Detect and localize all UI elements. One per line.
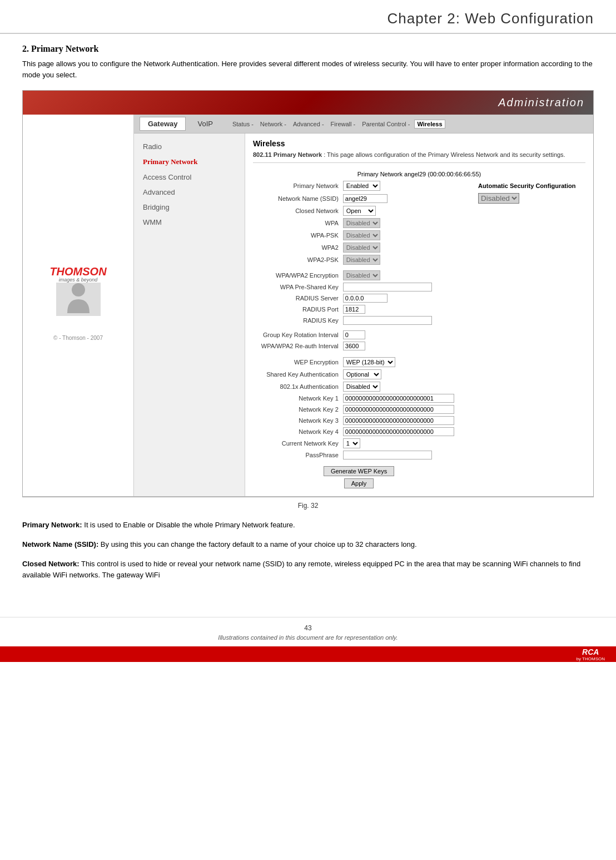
person-svg <box>62 283 95 316</box>
page-footer: 43 Illustrations contained in this docum… <box>0 617 616 662</box>
net-key1-input[interactable] <box>343 394 454 403</box>
section-title: 2. Primary Network <box>22 44 594 54</box>
auto-sec-select[interactable]: Disabled Enabled <box>478 193 519 204</box>
net-key2-label: Network Key 2 <box>253 404 341 415</box>
sub-nav-wireless[interactable]: Wireless <box>414 120 445 128</box>
net-key2-field[interactable] <box>341 404 465 415</box>
group-key-field[interactable] <box>341 329 465 340</box>
sub-nav-status[interactable]: Status - <box>230 120 256 128</box>
dot1x-auth-field[interactable]: Disabled Enabled <box>341 380 465 393</box>
wpa2-psk-label: WPA2-PSK <box>253 254 341 266</box>
nav-tab-gateway[interactable]: Gateway <box>140 117 186 131</box>
sub-nav-advanced[interactable]: Advanced - <box>291 120 326 128</box>
wep-encryption-field[interactable]: WEP (128-bit) WEP (64-bit) Disabled <box>341 356 465 368</box>
net-key2-input[interactable] <box>343 405 454 414</box>
desc-ssid-term: Network Name (SSID): <box>22 540 98 548</box>
radius-port-input[interactable] <box>343 305 365 314</box>
wpa-pre-shared-input[interactable] <box>343 283 432 291</box>
wpa-pre-shared-field[interactable] <box>341 281 465 293</box>
wpa-reauth-input[interactable] <box>343 342 365 350</box>
network-name-input[interactable] <box>343 194 388 203</box>
wpa2-psk-select[interactable]: Disabled Enabled <box>343 255 380 265</box>
footer-disclaimer: Illustrations contained in this document… <box>0 634 616 641</box>
primary-network-label: Primary Network <box>253 180 341 192</box>
desc-closed-network-text: This control is used to hide or reveal y… <box>22 560 580 580</box>
thomson-tagline: images & beyond <box>59 277 98 283</box>
radius-key-label: RADIUS Key <box>253 315 341 326</box>
wpa-select[interactable]: Disabled Enabled <box>343 218 380 228</box>
network-name-field[interactable] <box>341 192 465 205</box>
wpa2-psk-field[interactable]: Disabled Enabled <box>341 254 465 266</box>
current-net-key-select[interactable]: 1 2 3 4 <box>343 438 360 448</box>
wpa-label: WPA <box>253 217 341 229</box>
radius-key-input[interactable] <box>343 316 432 325</box>
net-key3-input[interactable] <box>343 416 454 425</box>
top-nav: Gateway VoIP Status - Network - Advanced… <box>134 115 593 134</box>
generate-wep-button[interactable]: Generate WEP Keys <box>324 466 394 476</box>
sub-nav-bar: Status - Network - Advanced - Firewall -… <box>225 120 588 128</box>
sidebar-item-primary-network[interactable]: Primary Network <box>134 154 245 170</box>
wpa-pre-shared-label: WPA Pre-Shared Key <box>253 281 341 293</box>
primary-network-field[interactable]: Enabled Disabled <box>341 180 465 192</box>
rca-logo: RCA <box>582 648 599 656</box>
group-key-input[interactable] <box>343 330 365 339</box>
net-key3-field[interactable] <box>341 415 465 426</box>
router-top: THOMSON images & beyond © - Thomson - 20… <box>23 115 593 497</box>
primary-network-select[interactable]: Enabled Disabled <box>343 181 380 191</box>
sidebar-item-bridging[interactable]: Bridging <box>134 200 245 215</box>
screenshot-box: Administration THOMSON images & beyond ©… <box>22 90 594 497</box>
radius-server-input[interactable] <box>343 294 388 303</box>
wpa-encryption-field[interactable]: Disabled AES TKIP <box>341 269 465 281</box>
radius-key-field[interactable] <box>341 315 465 326</box>
closed-network-field[interactable]: Open Closed <box>341 205 465 217</box>
closed-network-select[interactable]: Open Closed <box>343 206 376 216</box>
sidebar-item-advanced[interactable]: Advanced <box>134 185 245 200</box>
sub-nav-network[interactable]: Network - <box>258 120 289 128</box>
shared-key-auth-select[interactable]: Optional Required <box>343 369 381 379</box>
network-info: Primary Network angel29 (00:00:00:66:66:… <box>253 169 585 180</box>
net-key4-field[interactable] <box>341 426 465 437</box>
sidebar-item-radio[interactable]: Radio <box>134 139 245 154</box>
shared-key-auth-field[interactable]: Optional Required <box>341 368 465 380</box>
net-key4-input[interactable] <box>343 427 454 436</box>
net-key1-field[interactable] <box>341 393 465 404</box>
breadcrumb-desc: 802.11 Primary Network : This page allow… <box>253 151 585 163</box>
footer-page-num: 43 <box>0 624 616 632</box>
wep-encryption-select[interactable]: WEP (128-bit) WEP (64-bit) Disabled <box>343 357 395 367</box>
wpa-field[interactable]: Disabled Enabled <box>341 217 465 229</box>
wpa-reauth-field[interactable] <box>341 340 465 352</box>
wpa2-label: WPA2 <box>253 241 341 254</box>
thomson-sub: by THOMSON <box>577 656 605 661</box>
radius-server-field[interactable] <box>341 293 465 304</box>
rca-logo-group: RCA by THOMSON <box>577 648 605 661</box>
passphrase-field[interactable] <box>341 449 465 461</box>
wpa-encryption-select[interactable]: Disabled AES TKIP <box>343 270 380 280</box>
passphrase-input[interactable] <box>343 451 432 459</box>
breadcrumb-label: 802.11 Primary Network <box>253 151 322 158</box>
desc-ssid-text: By using this you can change the factory… <box>98 540 416 548</box>
wpa-psk-field[interactable]: Disabled Enabled <box>341 229 465 241</box>
main-content: 2. Primary Network This page allows you … <box>0 44 616 600</box>
closed-network-label: Closed Network <box>253 205 341 217</box>
sidebar-item-wmm[interactable]: WMM <box>134 215 245 230</box>
page-title: Chapter 2: Web Configuration <box>22 10 594 27</box>
main-panel: Wireless 802.11 Primary Network : This p… <box>245 134 593 496</box>
wpa-psk-select[interactable]: Disabled Enabled <box>343 230 380 240</box>
sub-nav-firewall[interactable]: Firewall - <box>329 120 358 128</box>
sub-nav-parental[interactable]: Parental Control - <box>360 120 412 128</box>
passphrase-label: PassPhrase <box>253 449 341 461</box>
router-nav-panel: Gateway VoIP Status - Network - Advanced… <box>134 115 593 496</box>
radius-port-field[interactable] <box>341 304 465 315</box>
dot1x-auth-label: 802.1x Authentication <box>253 380 341 393</box>
thomson-logo: THOMSON <box>49 266 106 277</box>
wpa2-field[interactable]: Disabled Enabled <box>341 241 465 254</box>
intro-text: This page allows you to configure the Ne… <box>22 58 594 80</box>
sidebar-item-access-control[interactable]: Access Control <box>134 170 245 185</box>
sidebar-footer: © - Thomson - 2007 <box>44 330 112 345</box>
wpa2-select[interactable]: Disabled Enabled <box>343 243 380 253</box>
apply-button[interactable]: Apply <box>344 478 374 488</box>
dot1x-auth-select[interactable]: Disabled Enabled <box>343 382 380 392</box>
current-net-key-field[interactable]: 1 2 3 4 <box>341 437 465 449</box>
nav-tab-voip[interactable]: VoIP <box>189 117 221 131</box>
desc-ssid: Network Name (SSID): By using this you c… <box>22 539 594 551</box>
